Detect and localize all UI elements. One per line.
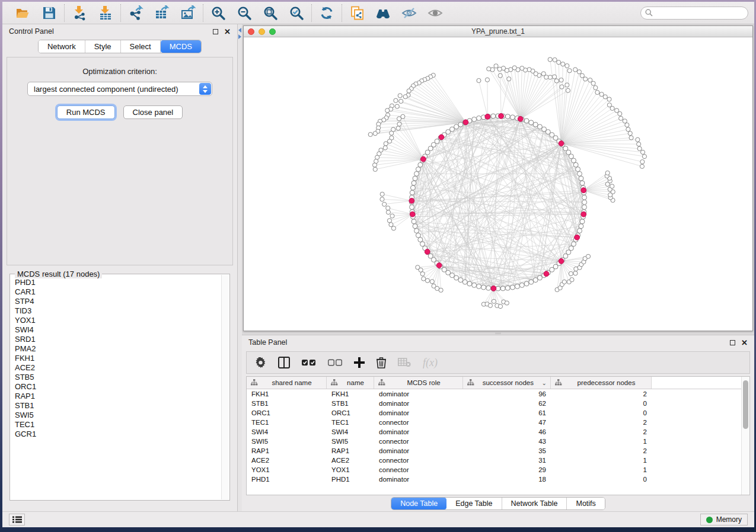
- floppy-save-icon[interactable]: [42, 5, 57, 21]
- zoom-out-icon[interactable]: [237, 5, 252, 21]
- mcds-result-item[interactable]: PMA2: [15, 344, 221, 354]
- mcds-result-item[interactable]: SWI4: [15, 325, 221, 335]
- search-icon: [645, 9, 653, 17]
- select-all-icon[interactable]: [302, 359, 316, 366]
- mcds-result-item[interactable]: FKH1: [15, 354, 221, 363]
- mcds-result-item[interactable]: STB1: [15, 401, 221, 411]
- close-panel-icon[interactable]: ✕: [224, 28, 231, 36]
- export-image-icon[interactable]: [180, 5, 196, 21]
- tab-edge-table[interactable]: Edge Table: [446, 498, 502, 509]
- eye-icon[interactable]: [428, 5, 443, 21]
- mcds-result-list: PHD1CAR1STP4TID3YOX1SWI4SRD1PMA2FKH1ACE2…: [10, 274, 221, 500]
- cell-MCDS-role: dominator: [374, 390, 463, 398]
- column-label: predecessor nodes: [565, 379, 647, 386]
- mcds-result-item[interactable]: STP4: [15, 297, 221, 306]
- attribute-icon: [467, 379, 474, 387]
- cell-shared-name: PHD1: [247, 476, 327, 483]
- mcds-result-item[interactable]: GCR1: [15, 430, 221, 439]
- refresh-icon[interactable]: [319, 5, 334, 21]
- zoom-fit-icon[interactable]: [263, 5, 278, 21]
- network-canvas[interactable]: [244, 37, 752, 331]
- gear-icon[interactable]: [255, 357, 266, 368]
- tab-style[interactable]: Style: [85, 40, 121, 53]
- column-header-MCDS-role[interactable]: MCDS role: [374, 377, 463, 389]
- task-history-button[interactable]: [9, 514, 25, 525]
- import-network-icon[interactable]: [72, 5, 87, 21]
- mcds-result-item[interactable]: ORC1: [15, 382, 221, 392]
- clear-selection-icon[interactable]: [328, 359, 342, 366]
- optimization-criterion-select[interactable]: largest connected component (undirected): [27, 82, 212, 96]
- search-box[interactable]: [640, 7, 748, 20]
- import-table-icon[interactable]: [98, 5, 113, 21]
- table-row[interactable]: ORC1ORC1dominator610: [247, 408, 741, 418]
- table-row[interactable]: PHD1PHD1dominator180: [247, 475, 741, 484]
- float-panel-icon[interactable]: [213, 29, 218, 34]
- table-scrollbar[interactable]: [741, 377, 749, 495]
- memory-button[interactable]: Memory: [700, 514, 748, 525]
- mcds-result-item[interactable]: YOX1: [15, 316, 221, 325]
- export-table-icon[interactable]: [154, 5, 170, 21]
- tab-select[interactable]: Select: [121, 40, 161, 53]
- mcds-result-item[interactable]: CAR1: [15, 287, 221, 297]
- column-header-predecessor-nodes[interactable]: predecessor nodes: [551, 377, 652, 389]
- columns-icon[interactable]: [278, 357, 290, 368]
- binoculars-icon[interactable]: [375, 5, 391, 21]
- splitter-collapse-left-icon[interactable]: [238, 28, 241, 33]
- table-scrollbar-thumb[interactable]: [743, 380, 748, 429]
- zoom-check-icon[interactable]: [289, 5, 304, 21]
- tab-network-table[interactable]: Network Table: [502, 498, 567, 509]
- mcds-result-item[interactable]: TEC1: [15, 420, 221, 430]
- mcds-result-item[interactable]: SRD1: [15, 335, 221, 344]
- table-row[interactable]: ACE2ACE2connector311: [247, 456, 741, 465]
- column-header-shared-name[interactable]: shared name: [247, 377, 327, 389]
- vertical-splitter[interactable]: [238, 24, 242, 511]
- export-network-icon[interactable]: [128, 5, 143, 21]
- table-row[interactable]: SWI5SWI5connector431: [247, 437, 741, 446]
- mcds-list-scrollbar[interactable]: [221, 275, 229, 499]
- cell-name: SWI5: [327, 438, 374, 445]
- column-header-name[interactable]: name: [327, 377, 374, 389]
- trash-icon[interactable]: [377, 357, 386, 368]
- minimize-window-icon[interactable]: [259, 28, 265, 35]
- close-window-icon[interactable]: [248, 28, 254, 35]
- table-row[interactable]: RAP1RAP1dominator352: [247, 446, 741, 456]
- maximize-window-icon[interactable]: [269, 28, 276, 35]
- mcds-result-item[interactable]: PHD1: [15, 278, 221, 287]
- mcds-result-item[interactable]: RAP1: [15, 392, 221, 401]
- splitter-grip[interactable]: [495, 332, 501, 334]
- tab-motifs[interactable]: Motifs: [567, 498, 604, 509]
- network-window-titlebar[interactable]: YPA_prune.txt_1: [244, 26, 752, 37]
- zoom-in-icon[interactable]: [210, 5, 226, 21]
- cell-shared-name: STB1: [247, 400, 327, 407]
- table-row[interactable]: YOX1YOX1connector291: [247, 465, 741, 475]
- control-panel: Control Panel ✕ NetworkStyleSelectMCDS O…: [2, 24, 238, 511]
- column-header-successor-nodes[interactable]: successor nodes⌄: [463, 377, 551, 389]
- cell-MCDS-role: connector: [374, 419, 463, 426]
- run-mcds-button[interactable]: Run MCDS: [57, 105, 115, 119]
- copy-network-icon[interactable]: [349, 5, 365, 21]
- tab-network[interactable]: Network: [39, 40, 85, 53]
- table-row[interactable]: STB1STB1dominator620: [247, 399, 741, 408]
- cell-predecessor-nodes: 2: [551, 428, 652, 435]
- mcds-result-item[interactable]: STB5: [15, 373, 221, 382]
- search-input[interactable]: [655, 9, 744, 17]
- close-table-panel-icon[interactable]: ✕: [741, 339, 748, 347]
- float-table-panel-icon[interactable]: [730, 340, 735, 345]
- tab-node-table[interactable]: Node Table: [391, 498, 446, 509]
- mcds-result-item[interactable]: TID3: [15, 306, 221, 316]
- close-panel-button[interactable]: Close panel: [123, 105, 183, 119]
- table-row[interactable]: SWI4SWI4dominator462: [247, 427, 741, 437]
- mcds-result-item[interactable]: ACE2: [15, 363, 221, 373]
- status-bar: Memory: [2, 511, 754, 527]
- network-window-title: YPA_prune.txt_1: [244, 27, 752, 36]
- sort-descending-icon[interactable]: ⌄: [542, 380, 547, 386]
- horizontal-splitter[interactable]: [242, 331, 754, 335]
- add-icon[interactable]: [354, 357, 365, 368]
- splitter-collapse-right-icon[interactable]: [238, 34, 241, 39]
- folder-open-icon[interactable]: [15, 5, 31, 21]
- mcds-result-item[interactable]: SWI5: [15, 411, 221, 420]
- table-row[interactable]: TEC1TEC1connector472: [247, 418, 741, 427]
- table-row[interactable]: FKH1FKH1dominator962: [247, 389, 741, 399]
- tab-mcds[interactable]: MCDS: [161, 40, 201, 53]
- eye-slash-icon[interactable]: [401, 5, 417, 21]
